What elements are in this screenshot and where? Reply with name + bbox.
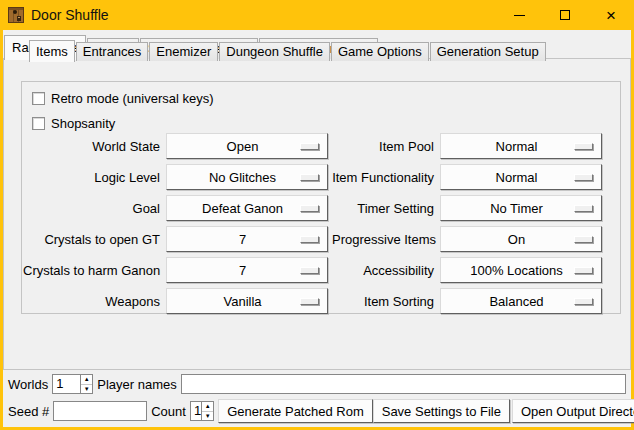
open-output-directory-button[interactable]: Open Output Directory xyxy=(512,399,634,423)
setting-label-item-sorting: Item Sorting xyxy=(332,294,436,309)
randomize-tab-page: ItemsEntrancesEnemizerDungeon ShuffleGam… xyxy=(3,58,631,370)
setting-label-item-pool: Item Pool xyxy=(332,139,436,154)
window-controls: × xyxy=(496,0,634,30)
seed-label: Seed # xyxy=(8,404,49,419)
worlds-spinbox[interactable]: 1 ▲ ▼ xyxy=(52,374,93,394)
title-bar: Door Shuffle × xyxy=(0,0,634,30)
checkbox-row-shopsanity[interactable]: Shopsanity xyxy=(32,115,115,131)
window-title: Door Shuffle xyxy=(31,7,109,23)
dropdown-goal[interactable]: Defeat Ganon xyxy=(166,195,328,221)
dropdown-value: No Glitches xyxy=(167,170,300,185)
tab-generation-setup[interactable]: Generation Setup xyxy=(430,42,546,61)
generate-patched-rom-button[interactable]: Generate Patched Rom xyxy=(218,399,373,423)
door-shuffle-window: Door Shuffle × RandomizeAdjustStarting I… xyxy=(0,0,634,430)
count-spin-up-icon[interactable]: ▲ xyxy=(202,402,213,411)
dropdown-indicator-icon xyxy=(300,205,319,212)
setting-label-crystals-to-open-gt: Crystals to open GT xyxy=(23,232,162,247)
setting-label-world-state: World State xyxy=(23,139,162,154)
tab-dungeon-shuffle[interactable]: Dungeon Shuffle xyxy=(219,42,330,61)
checkbox-label: Retro mode (universal keys) xyxy=(51,91,214,106)
checkbox-row-retro-mode-universal-keys[interactable]: Retro mode (universal keys) xyxy=(32,90,214,106)
setting-label-timer-setting: Timer Setting xyxy=(332,201,436,216)
close-icon: × xyxy=(606,7,616,24)
dropdown-value: 7 xyxy=(167,232,300,247)
maximize-icon xyxy=(560,10,570,20)
dropdown-world-state[interactable]: Open xyxy=(166,133,328,159)
setting-label-accessibility: Accessibility xyxy=(332,263,436,278)
dropdown-timer-setting[interactable]: No Timer xyxy=(440,195,602,221)
maximize-button[interactable] xyxy=(542,0,588,30)
checkbox-label: Shopsanity xyxy=(51,116,115,131)
tab-items[interactable]: Items xyxy=(29,40,75,62)
dropdown-indicator-icon xyxy=(300,267,319,274)
settings-grid: World StateOpenItem PoolNormalLogic Leve… xyxy=(23,133,602,314)
tab-enemizer[interactable]: Enemizer xyxy=(149,42,218,61)
dropdown-value: 100% Locations xyxy=(441,263,574,278)
seed-row: Seed # Count 1 ▲ ▼ Generate Patched Rom … xyxy=(3,399,631,423)
window-content: RandomizeAdjustStarting InventoryCustom … xyxy=(3,30,631,427)
setting-label-item-functionality: Item Functionality xyxy=(332,170,436,185)
setting-label-weapons: Weapons xyxy=(23,294,162,309)
seed-input[interactable] xyxy=(53,401,147,421)
dropdown-value: No Timer xyxy=(441,201,574,216)
setting-label-logic-level: Logic Level xyxy=(23,170,162,185)
dropdown-value: Normal xyxy=(441,139,574,154)
dropdown-value: Vanilla xyxy=(167,294,300,309)
player-names-label: Player names xyxy=(97,377,176,392)
count-spinbox[interactable]: 1 ▲ ▼ xyxy=(190,401,214,421)
worlds-label: Worlds xyxy=(8,377,48,392)
setting-label-progressive-items: Progressive Items xyxy=(332,232,436,247)
dropdown-value: Open xyxy=(167,139,300,154)
dropdown-crystals-to-harm-ganon[interactable]: 7 xyxy=(166,257,328,283)
save-settings-button[interactable]: Save Settings to File xyxy=(373,399,510,423)
dropdown-value: On xyxy=(441,232,574,247)
worlds-value: 1 xyxy=(53,375,80,393)
dropdown-indicator-icon xyxy=(574,143,593,150)
worlds-spin-buttons: ▲ ▼ xyxy=(80,375,92,393)
dropdown-weapons[interactable]: Vanilla xyxy=(166,288,328,314)
dropdown-indicator-icon xyxy=(300,236,319,243)
setting-label-goal: Goal xyxy=(23,201,162,216)
count-spin-down-icon[interactable]: ▼ xyxy=(202,411,213,421)
dropdown-item-functionality[interactable]: Normal xyxy=(440,164,602,190)
checkbox-retro-mode-universal-keys[interactable] xyxy=(32,92,45,105)
close-button[interactable]: × xyxy=(588,0,634,30)
tab-entrances[interactable]: Entrances xyxy=(76,42,149,61)
dropdown-value: Defeat Ganon xyxy=(167,201,300,216)
dropdown-value: 7 xyxy=(167,263,300,278)
dropdown-indicator-icon xyxy=(574,236,593,243)
count-label: Count xyxy=(151,404,186,419)
items-tab-page: Retro mode (universal keys)Shopsanity Wo… xyxy=(21,81,621,314)
player-names-input[interactable] xyxy=(181,374,626,394)
dropdown-value: Balanced xyxy=(441,294,574,309)
app-door-icon xyxy=(8,7,24,23)
dropdown-indicator-icon xyxy=(300,298,319,305)
dropdown-item-sorting[interactable]: Balanced xyxy=(440,288,602,314)
count-value: 1 xyxy=(191,402,201,420)
dropdown-indicator-icon xyxy=(574,298,593,305)
dropdown-progressive-items[interactable]: On xyxy=(440,226,602,252)
dropdown-value: Normal xyxy=(441,170,574,185)
dropdown-indicator-icon xyxy=(300,143,319,150)
setting-label-crystals-to-harm-ganon: Crystals to harm Ganon xyxy=(23,263,162,278)
dropdown-logic-level[interactable]: No Glitches xyxy=(166,164,328,190)
dropdown-crystals-to-open-gt[interactable]: 7 xyxy=(166,226,328,252)
minimize-icon xyxy=(514,15,525,16)
tab-game-options[interactable]: Game Options xyxy=(331,42,429,61)
worlds-spin-up-icon[interactable]: ▲ xyxy=(81,375,92,384)
dropdown-indicator-icon xyxy=(574,205,593,212)
checkbox-shopsanity[interactable] xyxy=(32,117,45,130)
dropdown-indicator-icon xyxy=(574,174,593,181)
dropdown-accessibility[interactable]: 100% Locations xyxy=(440,257,602,283)
minimize-button[interactable] xyxy=(496,0,542,30)
worlds-row: Worlds 1 ▲ ▼ Player names xyxy=(3,373,631,395)
dropdown-item-pool[interactable]: Normal xyxy=(440,133,602,159)
dropdown-indicator-icon xyxy=(300,174,319,181)
count-spin-buttons: ▲ ▼ xyxy=(201,402,213,420)
worlds-spin-down-icon[interactable]: ▼ xyxy=(81,384,92,394)
sub-tab-bar: ItemsEntrancesEnemizerDungeon ShuffleGam… xyxy=(29,39,547,61)
dropdown-indicator-icon xyxy=(574,267,593,274)
